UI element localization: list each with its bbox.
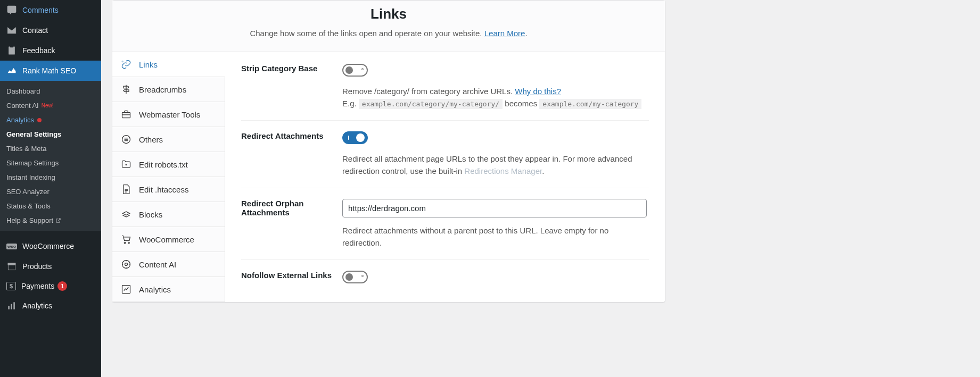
field-label: Redirect Orphan Attachments xyxy=(241,199,342,249)
svg-rect-5 xyxy=(11,304,12,309)
sidebar-item-label: Feedback xyxy=(22,46,55,55)
comment-icon xyxy=(6,5,17,15)
nofollow-external-links-toggle[interactable] xyxy=(342,271,368,283)
sidebar-item-label: Contact xyxy=(22,26,48,35)
admin-sidebar: Comments Contact Feedback Rank Math SEO … xyxy=(0,0,101,377)
strip-category-base-toggle[interactable] xyxy=(342,64,368,77)
bar-chart-icon xyxy=(6,300,17,311)
row-redirect-orphan: Redirect Orphan Attachments Redirect att… xyxy=(241,199,649,260)
svg-point-12 xyxy=(122,261,130,269)
row-nofollow-external: Nofollow External Links xyxy=(241,271,649,285)
svg-point-10 xyxy=(124,242,126,244)
sidebar-sub-analytics[interactable]: Analytics xyxy=(0,113,101,127)
sidebar-item-rankmath[interactable]: Rank Math SEO xyxy=(0,61,101,81)
redirect-attachments-toggle[interactable] xyxy=(342,131,368,144)
sidebar-item-woocommerce[interactable]: woo WooCommerce xyxy=(0,236,101,256)
svg-point-11 xyxy=(128,242,130,244)
field-label: Nofollow External Links xyxy=(241,271,342,285)
rankmath-submenu: Dashboard Content AINew! Analytics Gener… xyxy=(0,81,101,231)
blocks-icon xyxy=(121,209,131,220)
tab-woocommerce[interactable]: WooCommerce xyxy=(112,227,225,252)
notification-dot-icon xyxy=(37,118,42,122)
main-content: Links Change how some of the links open … xyxy=(101,0,980,377)
sidebar-item-label: Rank Math SEO xyxy=(22,66,76,75)
tab-edit-robots[interactable]: Edit robots.txt xyxy=(112,152,225,177)
learn-more-link[interactable]: Learn More xyxy=(484,29,525,38)
toolbox-icon xyxy=(121,109,131,120)
count-badge: 1 xyxy=(57,281,67,291)
example-code: example.com/category/my-category/ xyxy=(359,99,503,109)
redirect-orphan-url-input[interactable] xyxy=(342,199,647,217)
redirections-manager-link[interactable]: Redirections Manager xyxy=(464,166,542,175)
svg-rect-4 xyxy=(8,306,10,309)
svg-rect-6 xyxy=(13,302,15,309)
sidebar-item-label: Products xyxy=(22,262,52,271)
sidebar-item-label: Payments xyxy=(21,282,54,290)
svg-rect-2 xyxy=(8,263,16,265)
tab-webmaster-tools[interactable]: Webmaster Tools xyxy=(112,102,225,127)
field-label: Redirect Attachments xyxy=(241,131,342,177)
sidebar-item-label: Analytics xyxy=(22,301,52,310)
sidebar-item-payments[interactable]: $ Payments 1 xyxy=(0,277,101,296)
woocommerce-icon: woo xyxy=(6,241,17,252)
sidebar-sub-status-tools[interactable]: Status & Tools xyxy=(0,199,101,213)
field-help: Remove /category/ from category archive … xyxy=(342,86,649,110)
sidebar-sub-general-settings[interactable]: General Settings xyxy=(0,127,101,141)
field-help: Redirect all attachment page URLs to the… xyxy=(342,153,649,177)
tab-others[interactable]: Others xyxy=(112,127,225,152)
link-sparkle-icon xyxy=(121,59,131,70)
sidebar-item-label: WooCommerce xyxy=(22,242,74,250)
cart-icon xyxy=(121,234,131,245)
folder-gear-icon xyxy=(121,159,131,170)
sidebar-item-products[interactable]: Products xyxy=(0,256,101,277)
sidebar-sub-sitemap[interactable]: Sitemap Settings xyxy=(0,156,101,170)
sidebar-item-contact[interactable]: Contact xyxy=(0,20,101,40)
svg-point-9 xyxy=(126,164,127,165)
sidebar-sub-instant-indexing[interactable]: Instant Indexing xyxy=(0,170,101,185)
line-chart-icon xyxy=(121,284,131,295)
external-link-icon xyxy=(55,217,61,223)
row-strip-category-base: Strip Category Base Remove /category/ fr… xyxy=(241,64,649,121)
signpost-icon xyxy=(121,84,131,95)
settings-form: Strip Category Base Remove /category/ fr… xyxy=(225,52,665,302)
panel-subtitle: Change how some of the links open and op… xyxy=(123,29,654,38)
sidebar-sub-seo-analyzer[interactable]: SEO Analyzer xyxy=(0,185,101,199)
list-icon xyxy=(121,134,131,145)
ai-icon xyxy=(121,259,131,270)
sidebar-sub-contentai[interactable]: Content AINew! xyxy=(0,98,101,113)
sidebar-item-analytics[interactable]: Analytics xyxy=(0,296,101,316)
svg-rect-0 xyxy=(9,47,15,55)
example-code: example.com/my-category xyxy=(539,99,641,109)
payments-icon: $ xyxy=(6,282,16,290)
tab-breadcrumbs[interactable]: Breadcrumbs xyxy=(112,77,225,102)
sidebar-sub-dashboard[interactable]: Dashboard xyxy=(0,84,101,98)
clipboard-icon xyxy=(6,45,17,56)
sidebar-sub-titles-meta[interactable]: Titles & Meta xyxy=(0,141,101,156)
why-do-this-link[interactable]: Why do this? xyxy=(515,87,561,96)
svg-rect-3 xyxy=(8,265,15,270)
tab-links[interactable]: Links xyxy=(112,52,225,77)
field-label: Strip Category Base xyxy=(241,64,342,110)
tab-analytics[interactable]: Analytics xyxy=(112,277,225,302)
sidebar-item-comments[interactable]: Comments xyxy=(0,0,101,20)
panel-title: Links xyxy=(123,6,654,22)
new-badge: New! xyxy=(42,103,54,108)
document-icon xyxy=(121,184,131,195)
sidebar-item-feedback[interactable]: Feedback xyxy=(0,40,101,61)
svg-point-13 xyxy=(125,263,128,266)
settings-tabs: Links Breadcrumbs Webmaster Tools Others xyxy=(112,52,225,302)
tab-blocks[interactable]: Blocks xyxy=(112,202,225,227)
rankmath-icon xyxy=(6,65,17,76)
panel-header: Links Change how some of the links open … xyxy=(112,1,665,52)
svg-rect-1 xyxy=(10,46,14,47)
svg-rect-7 xyxy=(122,113,130,118)
row-redirect-attachments: Redirect Attachments Redirect all attach… xyxy=(241,131,649,188)
settings-panel: Links Change how some of the links open … xyxy=(112,0,665,303)
sidebar-sub-help-support[interactable]: Help & Support xyxy=(0,213,101,228)
envelope-icon xyxy=(6,25,17,36)
archive-icon xyxy=(6,261,17,272)
tab-edit-htaccess[interactable]: Edit .htaccess xyxy=(112,177,225,202)
tab-content-ai[interactable]: Content AI xyxy=(112,252,225,277)
field-help: Redirect attachments without a parent po… xyxy=(342,225,649,249)
sidebar-item-label: Comments xyxy=(22,6,59,14)
